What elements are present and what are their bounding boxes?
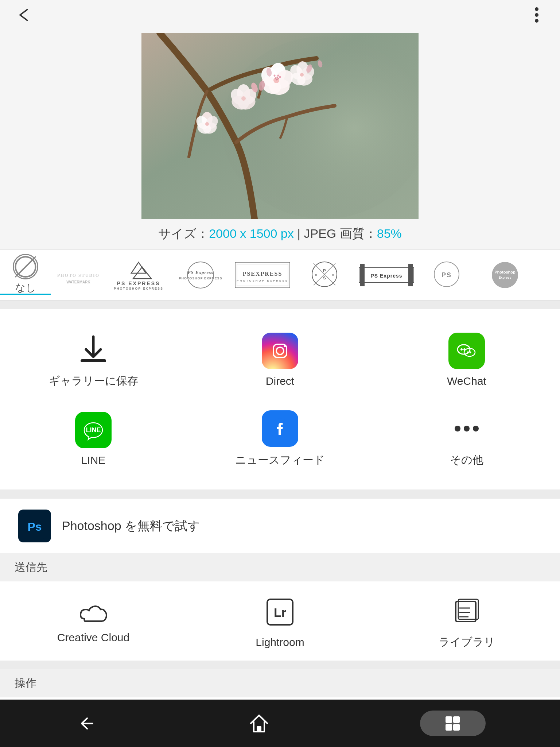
photoshop-icon: Ps [18, 510, 51, 542]
svg-text:S: S [323, 276, 326, 280]
svg-point-1 [535, 13, 538, 17]
svg-rect-108 [257, 726, 261, 732]
more-icon [448, 410, 485, 447]
svg-point-85 [473, 426, 479, 431]
facebook-label: ニュースフィード [235, 453, 325, 468]
destination-lightroom[interactable]: Lr Lightroom [187, 581, 373, 661]
svg-point-76 [460, 348, 463, 351]
operations-section-header: 操作 [0, 669, 560, 697]
destination-library[interactable]: ライブラリ [373, 581, 560, 661]
more-label: その他 [450, 453, 483, 468]
share-facebook[interactable]: ニュースフィード [187, 399, 373, 479]
watermark-item-1[interactable]: PHOTO STUDIO WATERMARK [51, 255, 106, 295]
share-grid: ギャラリーに保存 Direct [0, 320, 560, 479]
svg-text:WATERMARK: WATERMARK [66, 280, 90, 284]
svg-point-79 [467, 351, 469, 353]
wm-logo-2: PS EXPRESS PHOTOSHOP EXPRESS [111, 260, 166, 290]
creative-cloud-label: Creative Cloud [57, 631, 129, 644]
image-dimensions: 2000 x 1500 px [209, 227, 294, 240]
share-save[interactable]: ギャラリーに保存 [0, 320, 187, 399]
svg-text:P: P [323, 268, 326, 273]
watermark-item-6[interactable]: PS Express [354, 255, 419, 295]
watermark-item-7[interactable]: PS [419, 255, 474, 295]
svg-text:PHOTO STUDIO: PHOTO STUDIO [57, 273, 100, 278]
svg-rect-111 [446, 724, 452, 731]
image-info: サイズ：2000 x 1500 px | JPEG 画質：85% [158, 225, 402, 242]
svg-text:PSEXPRESS: PSEXPRESS [243, 271, 283, 277]
share-instagram[interactable]: Direct [187, 320, 373, 399]
library-icon [448, 592, 485, 629]
image-container: サイズ：2000 x 1500 px | JPEG 画質：85% [0, 33, 560, 249]
svg-text:PHOTOSHOP EXPRESS: PHOTOSHOP EXPRESS [114, 287, 163, 290]
main-image [141, 33, 419, 219]
watermark-item-5[interactable]: P S × × [295, 255, 354, 295]
divider-2 [0, 489, 560, 498]
svg-text:PS Express: PS Express [370, 273, 402, 279]
svg-rect-109 [446, 716, 452, 723]
back-button[interactable] [15, 6, 33, 27]
svg-text:Photoshop: Photoshop [494, 270, 516, 274]
svg-point-74 [284, 345, 286, 347]
save-label: ギャラリーに保存 [49, 374, 138, 388]
svg-text:PHOTOSHOP EXPRESS: PHOTOSHOP EXPRESS [237, 279, 288, 282]
svg-text:Ps: Ps [27, 520, 42, 533]
lightroom-icon: Lr [262, 594, 298, 630]
svg-rect-64 [408, 264, 413, 286]
svg-point-10 [241, 96, 246, 101]
wm-logo-8: Photoshop Express [479, 260, 530, 290]
ps-promo[interactable]: Ps Photoshop を無料で試す [0, 498, 560, 553]
svg-rect-112 [453, 724, 460, 731]
share-more[interactable]: その他 [373, 399, 560, 479]
destination-label: 送信先 [15, 561, 47, 573]
svg-text:PS: PS [442, 271, 452, 279]
wechat-icon [448, 333, 485, 369]
svg-line-41 [18, 259, 34, 275]
lightroom-label: Lightroom [256, 636, 304, 649]
bottom-nav [0, 700, 560, 747]
svg-point-21 [274, 75, 276, 77]
svg-point-80 [470, 351, 471, 353]
share-wechat[interactable]: WeChat [373, 320, 560, 399]
svg-rect-110 [453, 716, 460, 723]
instagram-label: Direct [266, 375, 294, 387]
destination-section-header: 送信先 [0, 553, 560, 581]
svg-point-28 [300, 73, 304, 77]
svg-point-39 [205, 122, 209, 126]
svg-point-2 [535, 19, 538, 23]
watermark-item-2[interactable]: PS EXPRESS PHOTOSHOP EXPRESS [106, 255, 171, 295]
image-quality: 85% [377, 227, 402, 240]
share-line[interactable]: LINE LINE [0, 399, 187, 479]
wechat-label: WeChat [447, 375, 486, 387]
instagram-icon [262, 333, 298, 369]
more-options-button[interactable] [528, 6, 545, 27]
line-label: LINE [81, 454, 106, 467]
watermark-item-4[interactable]: PSEXPRESS PHOTOSHOP EXPRESS [230, 255, 295, 295]
info-sep: | JPEG 画質： [294, 227, 377, 240]
svg-point-68 [492, 262, 518, 288]
svg-rect-63 [360, 264, 365, 286]
svg-text:×: × [332, 273, 334, 277]
wm-logo-7: PS [425, 260, 468, 290]
header [0, 0, 560, 33]
nav-recent-button[interactable] [420, 711, 486, 736]
svg-point-20 [277, 75, 279, 77]
svg-text:PHOTOSHOP EXPRESS: PHOTOSHOP EXPRESS [179, 276, 222, 280]
watermark-item-3[interactable]: PS Express PHOTOSHOP EXPRESS [171, 255, 230, 295]
watermark-none[interactable]: なし [0, 255, 51, 295]
no-watermark-icon [13, 254, 38, 279]
destination-creative-cloud[interactable]: Creative Cloud [0, 581, 187, 661]
svg-text:LINE: LINE [86, 426, 101, 434]
divider-1 [0, 301, 560, 309]
nav-home-button[interactable] [247, 712, 271, 735]
svg-text:PS EXPRESS: PS EXPRESS [117, 280, 160, 286]
svg-rect-71 [81, 359, 106, 362]
facebook-icon [262, 410, 298, 447]
destination-section: Creative Cloud Lr Lightroom [0, 581, 560, 661]
svg-text:Express: Express [498, 276, 511, 279]
no-watermark-label: なし [15, 281, 36, 295]
svg-point-22 [279, 76, 281, 78]
svg-point-48 [187, 262, 214, 288]
nav-back-button[interactable] [74, 712, 98, 735]
destination-grid: Creative Cloud Lr Lightroom [0, 581, 560, 661]
watermark-item-8[interactable]: Photoshop Express [474, 255, 536, 295]
